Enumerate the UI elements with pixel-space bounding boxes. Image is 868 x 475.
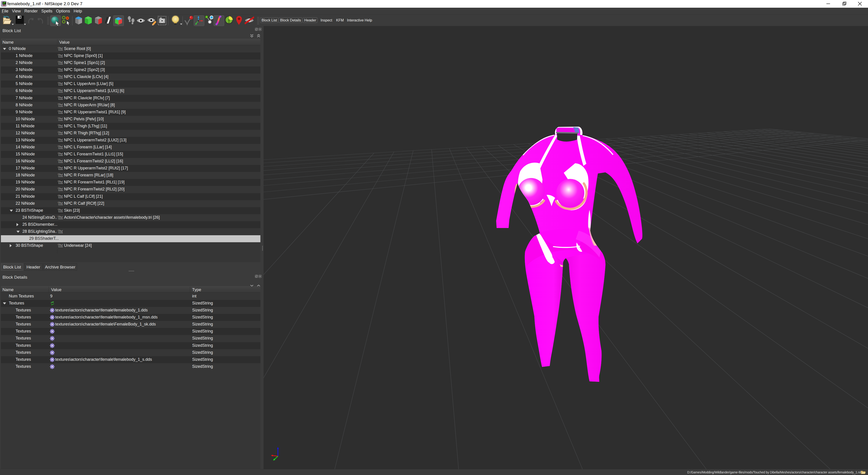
svg-text:Txt: Txt bbox=[58, 230, 63, 234]
svg-text:Txt: Txt bbox=[58, 89, 63, 93]
svg-text:Txt: Txt bbox=[58, 195, 63, 199]
svg-text:Txt: Txt bbox=[58, 202, 63, 206]
svg-text:Txt: Txt bbox=[58, 152, 63, 156]
svg-text:Txt: Txt bbox=[58, 75, 63, 79]
svg-text:Txt: Txt bbox=[58, 47, 63, 51]
svg-text:Txt: Txt bbox=[58, 216, 63, 219]
svg-text:Txt: Txt bbox=[58, 174, 63, 177]
svg-text:Txt: Txt bbox=[58, 187, 63, 191]
svg-text:Txt: Txt bbox=[58, 244, 63, 248]
svg-text:Txt: Txt bbox=[58, 209, 63, 213]
svg-text:Txt: Txt bbox=[58, 180, 63, 184]
svg-text:Txt: Txt bbox=[58, 103, 63, 107]
svg-text:Txt: Txt bbox=[58, 167, 63, 170]
svg-text:Txt: Txt bbox=[58, 124, 63, 128]
svg-text:Txt: Txt bbox=[58, 61, 63, 65]
svg-text:Txt: Txt bbox=[58, 131, 63, 135]
svg-text:Txt: Txt bbox=[58, 139, 63, 142]
svg-text:Txt: Txt bbox=[58, 110, 63, 114]
svg-text:Txt: Txt bbox=[58, 82, 63, 86]
svg-text:Txt: Txt bbox=[58, 159, 63, 163]
svg-text:Txt: Txt bbox=[58, 117, 63, 121]
svg-text:Txt: Txt bbox=[58, 96, 63, 100]
svg-text:Txt: Txt bbox=[58, 54, 63, 58]
svg-text:Txt: Txt bbox=[58, 145, 63, 149]
svg-text:Txt: Txt bbox=[58, 68, 63, 72]
